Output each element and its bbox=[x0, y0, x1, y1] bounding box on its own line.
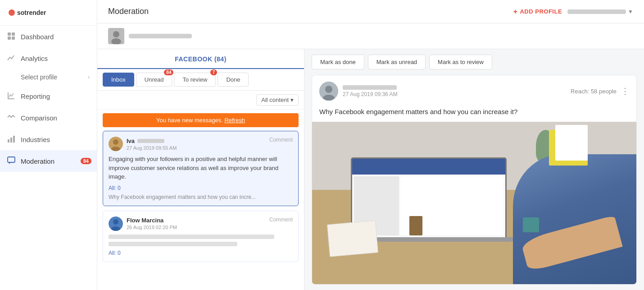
mark-unread-button[interactable]: Mark as unread bbox=[368, 55, 426, 69]
chart-icon bbox=[7, 54, 16, 63]
avatar-img bbox=[319, 82, 338, 101]
tab-done-label: Done bbox=[226, 76, 240, 83]
tab-to-review-label: To review bbox=[182, 76, 207, 83]
sidebar-item-analytics[interactable]: Analytics bbox=[0, 47, 97, 69]
message-author: Iva 27 Aug 2019 09:55 AM bbox=[109, 137, 177, 151]
sidebar-item-dashboard[interactable]: Dashboard bbox=[0, 26, 97, 47]
tab-inbox[interactable]: Inbox bbox=[103, 73, 134, 87]
new-messages-banner: You have new messages. Refresh bbox=[103, 113, 299, 127]
grid-icon bbox=[7, 32, 16, 41]
comparison-icon bbox=[7, 113, 16, 122]
svg-rect-3 bbox=[12, 32, 15, 36]
filter-row: All content ▾ bbox=[97, 91, 304, 110]
message-type: Comment bbox=[269, 137, 293, 143]
mug bbox=[523, 217, 539, 232]
notebook bbox=[327, 221, 378, 257]
content-area: FACEBOOK (84) Inbox 84 Unread 7 To revie… bbox=[97, 49, 644, 290]
reporting-icon bbox=[7, 92, 16, 101]
svg-rect-2 bbox=[8, 32, 11, 36]
desk-scene bbox=[312, 122, 636, 284]
industries-icon bbox=[7, 135, 16, 144]
dropdown-arrow-icon: ▼ bbox=[628, 9, 633, 15]
post-card: 27 Aug 2019 09:36 AM Reach: 58 people ⋮ … bbox=[312, 75, 637, 285]
main-content: Moderation + ADD PROFILE ▼ FACEBOOK (84) bbox=[97, 0, 644, 290]
add-profile-button[interactable]: + ADD PROFILE bbox=[513, 8, 562, 16]
list-item[interactable]: Iva 27 Aug 2019 09:55 AM Comment Engagin… bbox=[103, 131, 299, 206]
message-header: Flow Marcina 26 Aug 2019 02:20 PM Commen… bbox=[109, 216, 293, 231]
post-card-header: 27 Aug 2019 09:36 AM Reach: 58 people ⋮ bbox=[312, 75, 636, 107]
profile-avatar bbox=[108, 28, 124, 44]
select-profile-item[interactable]: Select profile › bbox=[0, 69, 97, 85]
sidebar-item-reporting[interactable]: Reporting bbox=[0, 85, 97, 107]
svg-rect-4 bbox=[8, 37, 11, 40]
author-info: Iva 27 Aug 2019 09:55 AM bbox=[127, 138, 177, 151]
sidebar: sotrender Dashboard Analytics Select pro… bbox=[0, 0, 97, 290]
topbar-right: + ADD PROFILE ▼ bbox=[513, 8, 633, 16]
book-white bbox=[555, 125, 588, 161]
post-author-avatar bbox=[319, 82, 338, 101]
sidebar-item-moderation-label: Moderation bbox=[21, 157, 54, 165]
post-title: Why Facebook engagement matters and how … bbox=[312, 107, 636, 122]
logo: sotrender bbox=[0, 0, 97, 26]
post-author-info: 27 Aug 2019 09:36 AM bbox=[343, 85, 397, 97]
message-author: Flow Marcina 26 Aug 2019 02:20 PM bbox=[109, 216, 177, 231]
profile-name-placeholder bbox=[129, 34, 192, 38]
mark-done-button[interactable]: Mark as done bbox=[312, 55, 364, 69]
mark-review-button[interactable]: Mark as to review bbox=[429, 55, 492, 69]
svg-point-14 bbox=[113, 139, 118, 145]
message-body: Engaging with your followers in a positi… bbox=[109, 155, 293, 181]
sidebar-item-dashboard-label: Dashboard bbox=[21, 33, 54, 41]
author-info: Flow Marcina 26 Aug 2019 02:20 PM bbox=[127, 217, 177, 230]
profile-dropdown[interactable]: ▼ bbox=[567, 9, 633, 15]
sidebar-item-industries[interactable]: Industries bbox=[0, 129, 97, 150]
list-item[interactable]: Flow Marcina 26 Aug 2019 02:20 PM Commen… bbox=[103, 211, 299, 262]
svg-point-20 bbox=[325, 86, 332, 93]
pen-holder bbox=[409, 216, 422, 235]
review-count-badge: 7 bbox=[210, 69, 218, 75]
tabs-row: Inbox 84 Unread 7 To review Done bbox=[97, 69, 304, 91]
sidebar-item-moderation[interactable]: Moderation 84 bbox=[0, 150, 97, 172]
blurred-text-bar bbox=[109, 235, 274, 239]
message-type: Comment bbox=[269, 216, 293, 223]
left-panel: FACEBOOK (84) Inbox 84 Unread 7 To revie… bbox=[97, 49, 304, 290]
svg-rect-8 bbox=[13, 136, 15, 143]
tab-unread[interactable]: 84 Unread bbox=[136, 73, 172, 87]
refresh-link[interactable]: Refresh bbox=[224, 117, 245, 124]
post-author-name-blur bbox=[343, 85, 397, 90]
message-link[interactable]: All: 0 bbox=[109, 250, 293, 256]
tab-unread-label: Unread bbox=[145, 76, 164, 83]
profile-name-bar bbox=[567, 9, 626, 14]
chat-icon bbox=[7, 157, 16, 166]
filter-chevron-icon: ▾ bbox=[290, 97, 294, 103]
select-profile-label: Select profile bbox=[21, 74, 57, 81]
plus-icon: + bbox=[513, 8, 518, 16]
more-options-icon[interactable]: ⋮ bbox=[621, 87, 629, 95]
right-panel: Mark as done Mark as unread Mark as to r… bbox=[304, 49, 644, 290]
tab-to-review[interactable]: 7 To review bbox=[174, 73, 216, 87]
post-image bbox=[312, 122, 636, 284]
reach-label: Reach: 58 people bbox=[571, 88, 617, 95]
svg-rect-5 bbox=[12, 37, 15, 40]
filter-button[interactable]: All content ▾ bbox=[256, 94, 299, 106]
blurred-text-bar bbox=[109, 242, 237, 246]
sidebar-item-comparison[interactable]: Comparison bbox=[0, 107, 97, 129]
moderation-badge: 84 bbox=[81, 158, 91, 164]
action-bar: Mark as done Mark as unread Mark as to r… bbox=[304, 49, 644, 75]
message-time: 27 Aug 2019 09:55 AM bbox=[127, 145, 177, 151]
svg-point-11 bbox=[113, 31, 119, 37]
message-link[interactable]: All: 0 bbox=[109, 185, 293, 191]
sidebar-item-reporting-label: Reporting bbox=[21, 92, 50, 100]
avatar bbox=[109, 216, 123, 231]
tab-done[interactable]: Done bbox=[218, 73, 249, 87]
author-name: Iva bbox=[127, 138, 177, 144]
svg-text:sotrender: sotrender bbox=[17, 9, 46, 16]
page-title: Moderation bbox=[108, 7, 149, 16]
add-profile-label: ADD PROFILE bbox=[520, 8, 562, 15]
author-name-blur bbox=[137, 139, 164, 143]
message-list: Iva 27 Aug 2019 09:55 AM Comment Engagin… bbox=[97, 131, 304, 290]
screen-header bbox=[352, 159, 505, 175]
chevron-right-icon: › bbox=[88, 74, 90, 80]
message-header: Iva 27 Aug 2019 09:55 AM Comment bbox=[109, 137, 293, 151]
message-post-ref: Why Facebook engagement matters and how … bbox=[109, 194, 293, 200]
post-time: 27 Aug 2019 09:36 AM bbox=[343, 91, 397, 97]
